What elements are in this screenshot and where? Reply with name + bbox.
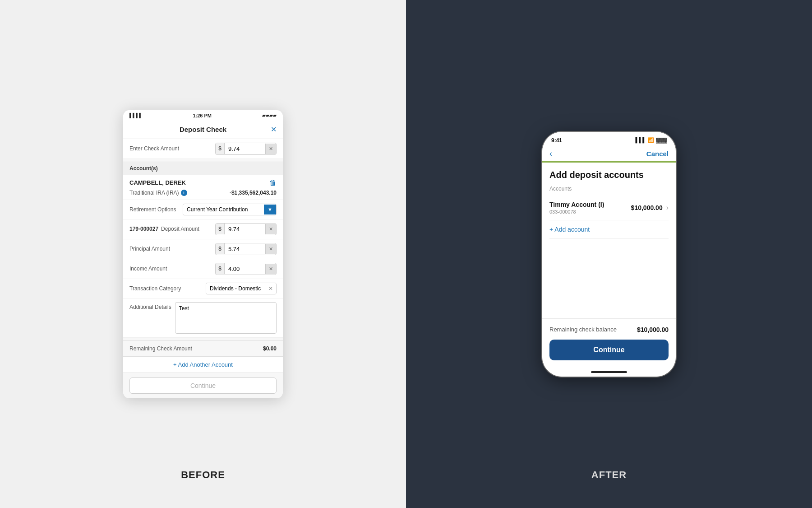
back-arrow-button[interactable]: ‹ — [549, 149, 552, 158]
select-arrow-icon: ▼ — [264, 205, 276, 214]
modal-header: Deposit Check ✕ — [123, 120, 283, 139]
account-name: CAMPBELL, DEREK — [129, 179, 186, 186]
after-nav-bar: ‹ Cancel — [542, 145, 676, 163]
check-amount-label: Enter Check Amount — [129, 145, 188, 152]
deposit-amount-input[interactable] — [225, 224, 265, 235]
check-amount-row: Enter Check Amount $ ✕ — [123, 139, 283, 159]
principal-input[interactable] — [225, 243, 265, 255]
close-button[interactable]: ✕ — [271, 125, 277, 134]
principal-row: Principal Amount $ ✕ — [123, 239, 283, 259]
after-signal-icon: ▌▌▌ — [636, 137, 646, 143]
remaining-balance-label: Remaining check balance — [549, 326, 617, 333]
delete-account-button[interactable]: 🗑 — [269, 179, 277, 187]
after-content: Add deposit accounts Accounts Timmy Acco… — [542, 163, 676, 318]
accounts-section-label: Accounts — [549, 186, 669, 192]
check-amount-input[interactable] — [225, 143, 265, 154]
deposit-amount-input-group: $ ✕ — [215, 223, 277, 235]
battery-icon: ▰▰▰▰ — [262, 113, 277, 118]
before-panel: ▌▌▌▌ 1:26 PM ▰▰▰▰ Deposit Check ✕ Enter … — [0, 0, 406, 508]
cancel-button[interactable]: Cancel — [646, 150, 669, 158]
account-number: 179-000027 — [129, 226, 158, 232]
add-account-row[interactable]: + Add account — [549, 220, 669, 239]
principal-dollar-sign: $ — [216, 243, 225, 254]
retirement-row: Retirement Options Current Year Contribu… — [123, 200, 283, 219]
account-card[interactable]: Timmy Account (I) 033-000078 $10,000.00 … — [549, 196, 669, 220]
add-another-account-link[interactable]: + Add Another Account — [173, 361, 233, 368]
additional-details-input[interactable]: Test — [175, 302, 277, 334]
after-phone: 9:41 ▌▌▌ 📶 ▓▓▓ ‹ Cancel Add deposit acco… — [542, 132, 676, 377]
account-header-row: CAMPBELL, DEREK 🗑 — [123, 175, 283, 189]
clear-deposit-button[interactable]: ✕ — [265, 224, 276, 234]
retirement-select-group: Current Year Contribution ▼ — [183, 204, 277, 215]
info-icon[interactable]: i — [181, 190, 187, 196]
income-dollar-sign: $ — [216, 263, 225, 274]
after-panel: 9:41 ▌▌▌ 📶 ▓▓▓ ‹ Cancel Add deposit acco… — [406, 0, 812, 508]
retirement-options-label: Retirement Options — [129, 206, 179, 213]
income-input[interactable] — [225, 263, 265, 275]
income-row: Income Amount $ ✕ — [123, 259, 283, 279]
modal-footer: Continue — [123, 373, 283, 398]
after-icons: ▌▌▌ 📶 ▓▓▓ — [636, 137, 667, 143]
after-footer: Remaining check balance $10,000.00 Conti… — [542, 318, 676, 368]
remaining-row: Remaining Check Amount $0.00 — [123, 340, 283, 356]
deposit-amount-row: 179-000027 Deposit Amount $ ✕ — [123, 219, 283, 239]
deposit-dollar-sign: $ — [216, 224, 225, 234]
account-balance: -$1,335,562,043.10 — [230, 190, 277, 196]
account-type-label: Traditional IRA (IRA) i — [129, 190, 187, 196]
check-amount-input-group: $ ✕ — [215, 143, 277, 155]
after-label: AFTER — [591, 469, 627, 481]
account-section: CAMPBELL, DEREK 🗑 Traditional IRA (IRA) … — [123, 175, 283, 338]
additional-details-row: Additional Details Test — [123, 298, 283, 338]
modal-body: Enter Check Amount $ ✕ Account(s) CAMPBE… — [123, 139, 283, 373]
principal-input-group: $ ✕ — [215, 243, 277, 255]
time-display: 1:26 PM — [193, 113, 212, 118]
account-card-number: 033-000078 — [549, 209, 604, 214]
status-bar-after: 9:41 ▌▌▌ 📶 ▓▓▓ — [542, 132, 676, 145]
retirement-select[interactable]: Current Year Contribution — [183, 204, 264, 215]
transaction-label: Transaction Category — [129, 285, 188, 292]
after-wifi-icon: 📶 — [648, 137, 654, 143]
remaining-label: Remaining Check Amount — [129, 345, 192, 352]
page-title: Add deposit accounts — [549, 170, 669, 180]
clear-principal-button[interactable]: ✕ — [265, 244, 276, 254]
account-type-row: Traditional IRA (IRA) i -$1,335,562,043.… — [123, 189, 283, 200]
before-phone: ▌▌▌▌ 1:26 PM ▰▰▰▰ Deposit Check ✕ Enter … — [123, 110, 283, 398]
transaction-row: Transaction Category Dividends - Domesti… — [123, 279, 283, 298]
after-battery-icon: ▓▓▓ — [656, 137, 667, 143]
remaining-balance-row: Remaining check balance $10,000.00 — [549, 326, 669, 333]
add-another-account-row[interactable]: + Add Another Account — [123, 356, 283, 373]
continue-button-after[interactable]: Continue — [549, 340, 669, 360]
deposit-amount-label: Deposit Amount — [161, 226, 199, 232]
clear-transaction-button[interactable]: ✕ — [265, 283, 276, 294]
add-account-link[interactable]: + Add account — [549, 226, 590, 233]
home-bar — [591, 371, 627, 373]
clear-check-amount-button[interactable]: ✕ — [265, 144, 276, 154]
transaction-select[interactable]: Dividends - Domestic — [206, 283, 265, 294]
remaining-balance-amount: $10,000.00 — [637, 326, 669, 333]
status-bar-before: ▌▌▌▌ 1:26 PM ▰▰▰▰ — [123, 110, 283, 120]
account-card-name: Timmy Account (I) — [549, 201, 604, 208]
continue-button-before[interactable]: Continue — [129, 378, 277, 394]
principal-label: Principal Amount — [129, 246, 188, 252]
chevron-right-icon: › — [666, 204, 669, 212]
before-label: BEFORE — [181, 469, 225, 481]
transaction-select-group: Dividends - Domestic ✕ — [206, 283, 277, 294]
remaining-amount: $0.00 — [263, 345, 277, 352]
modal-title: Deposit Check — [180, 126, 226, 133]
signal-icon: ▌▌▌▌ — [129, 113, 142, 118]
additional-details-label: Additional Details — [129, 302, 171, 310]
account-card-amount: $10,000.00 — [631, 204, 663, 211]
dollar-sign: $ — [216, 143, 225, 154]
after-time-display: 9:41 — [551, 137, 562, 144]
account-card-info: Timmy Account (I) 033-000078 — [549, 201, 604, 214]
income-label: Income Amount — [129, 266, 188, 272]
income-input-group: $ ✕ — [215, 263, 277, 275]
content-spacer — [549, 239, 669, 311]
clear-income-button[interactable]: ✕ — [265, 264, 276, 274]
check-amount-section: Enter Check Amount $ ✕ — [123, 139, 283, 159]
home-indicator — [542, 368, 676, 377]
account-card-right: $10,000.00 › — [631, 204, 669, 212]
accounts-section-header: Account(s) — [123, 162, 283, 175]
